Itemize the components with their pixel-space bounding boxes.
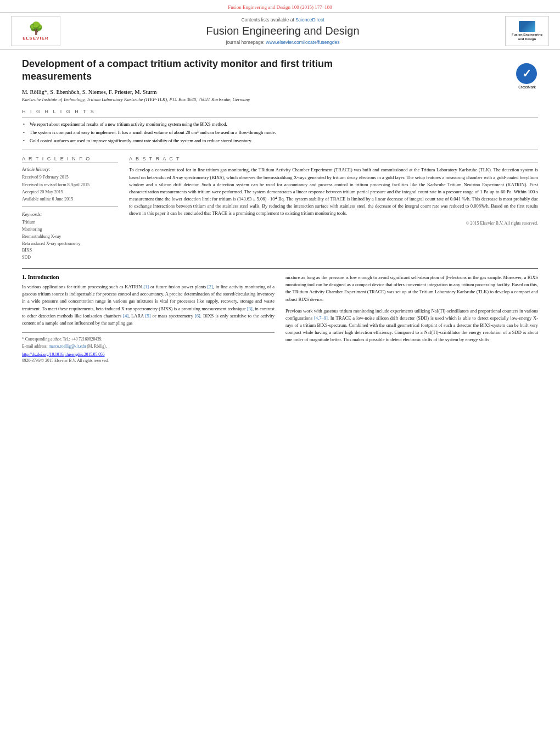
doi-link[interactable]: http://dx.doi.org/10.1016/j.fusengdes.20… [22,352,104,357]
doi-line: http://dx.doi.org/10.1016/j.fusengdes.20… [22,352,275,357]
email-link[interactable]: marco.roellig@kit.edu [49,344,86,349]
keyword-3: Bremsstrahlung X-ray [22,233,118,241]
contents-line: Contents lists available at ScienceDirec… [60,17,505,23]
authors: M. Röllig*, S. Ebenhöch, S. Niemes, F. P… [22,89,538,95]
footnote-section: * Corresponding author. Tel.: +49 721608… [22,332,275,363]
crossmark-icon: ✓ [516,63,537,84]
highlights-box: We report about experimental results of … [22,118,538,150]
article-info-label: A R T I C L E I N F O [22,156,118,163]
built-word: built [520,322,529,328]
keyword-2: Monitoring [22,226,118,233]
keyword-1: Tritium [22,219,118,226]
info-divider [22,207,118,207]
section1-para-2: mixture as long as the pressure is low e… [285,274,538,303]
homepage-line: journal homepage: www.elsevier.com/locat… [60,40,505,45]
journal-logo-image [519,21,535,32]
journal-logo-text: Fusion Engineeringand Design [512,33,542,41]
journal-title: Fusion Engineering and Design [60,25,505,37]
crossmark-label: CrossMark [516,85,538,89]
section1-para-3: Previous work with gaseous tritium monit… [285,308,538,344]
keywords-list: Tritium Monitoring Bremsstrahlung X-ray … [22,219,118,261]
body-content: 1. Introduction In various applications … [22,274,538,363]
abstract-text: To develop a convenient tool for in-line… [129,166,538,217]
homepage-link[interactable]: www.elsevier.com/locate/fusengdes [266,40,339,45]
abstract-label: A B S T R A C T [129,156,538,163]
main-content: ✓ CrossMark Development of a compact tri… [0,50,560,369]
highlight-item-3: Gold coated surfaces are used to improve… [22,138,538,144]
history-title: Article history: [22,166,118,172]
highlights-label: H I G H L I G H T S [22,109,538,114]
journal-center: Contents lists available at ScienceDirec… [60,17,505,45]
top-bar: Fusion Engineering and Design 100 (2015)… [0,0,560,12]
available-date: Available online 6 June 2015 [22,196,118,202]
article-info-panel: A R T I C L E I N F O Article history: R… [22,156,118,261]
body-col-right: mixture as long as the pressure is low e… [285,274,538,363]
journal-header: 🌳 ELSEVIER Contents lists available at S… [0,12,560,50]
elsevier-logo: 🌳 ELSEVIER [11,16,60,46]
affiliation: Karlsruhe Institute of Technology, Triti… [22,97,538,102]
sciencedirect-link[interactable]: ScienceDirect [295,17,324,23]
footnote-email: E-mail address: marco.roellig@kit.edu (M… [22,343,275,349]
received-revised-date: Received in revised form 8 April 2015 [22,182,118,188]
keyword-5: BIXS [22,247,118,254]
tree-icon: 🌳 [29,21,43,36]
highlight-item-2: The system is compact and easy to implem… [22,130,538,136]
journal-logo-right: Fusion Engineeringand Design [505,16,549,46]
journal-citation: Fusion Engineering and Design 100 (2015)… [228,4,332,10]
crossmark-badge: ✓ CrossMark [516,63,538,85]
article-title: Development of a compact tritium activit… [22,58,351,83]
license-line: 0920-3796/© 2015 Elsevier B.V. All right… [22,358,275,363]
keywords-title: Keywords: [22,211,118,217]
accepted-date: Accepted 20 May 2015 [22,189,118,195]
page: Fusion Engineering and Design 100 (2015)… [0,0,560,742]
article-info-abstract: A R T I C L E I N F O Article history: R… [22,156,538,261]
highlight-item-1: We report about experimental results of … [22,121,538,128]
keyword-6: SDD [22,254,118,261]
section1-heading: 1. Introduction [22,274,275,280]
received-date: Received 9 February 2015 [22,174,118,180]
body-col-left: 1. Introduction In various applications … [22,274,275,363]
main-divider [22,268,538,269]
footnote-corresponding: * Corresponding author. Tel.: +49 721608… [22,336,275,342]
copyright-line: © 2015 Elsevier B.V. All rights reserved… [129,221,538,226]
section1-para-1: In various applications for tritium proc… [22,283,275,327]
abstract-panel: A B S T R A C T To develop a convenient … [129,156,538,261]
keyword-4: Beta induced X-ray spectrometry [22,241,118,248]
elsevier-text: ELSEVIER [23,36,49,41]
